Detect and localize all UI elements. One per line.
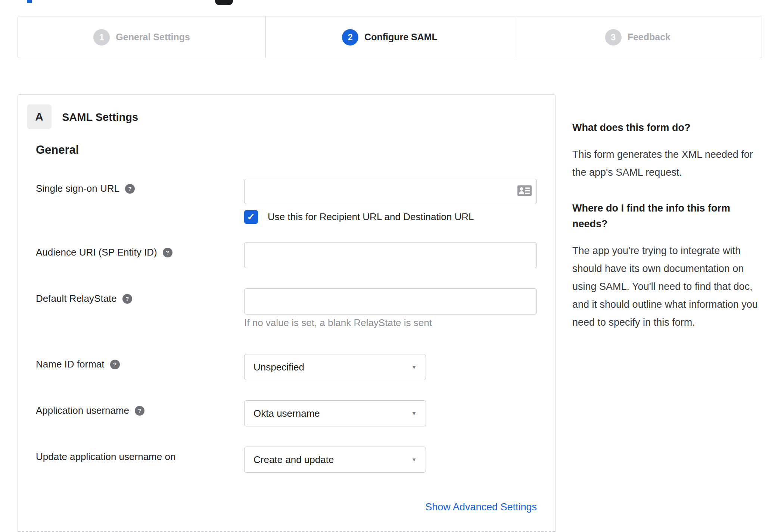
app-username-label-text: Application username [36,405,129,416]
section-title: SAML Settings [62,111,138,123]
chevron-down-icon: ▼ [411,457,417,463]
name-id-format-value: Unspecified [253,362,411,373]
name-id-format-label-text: Name ID format [36,359,105,370]
update-username-select[interactable]: Create and update ▼ [244,447,426,473]
sso-url-input[interactable] [244,179,537,204]
audience-uri-input[interactable] [244,242,537,268]
show-advanced-settings-link[interactable]: Show Advanced Settings [425,501,537,513]
sso-url-label-text: Single sign-on URL [36,183,119,194]
update-username-value: Create and update [253,454,411,466]
help-sidebar: What does this form do? This form genera… [572,120,761,351]
name-id-format-label: Name ID format ? [36,359,120,370]
audience-uri-label: Audience URI (SP Entity ID) ? [36,247,172,258]
step-2-label: Configure SAML [364,32,438,43]
page-title-text-remnant [215,0,233,5]
update-username-label-text: Update application username on [36,451,175,463]
saml-settings-panel: A SAML Settings General Single sign-on U… [18,94,556,532]
relay-state-input[interactable] [244,288,537,314]
help-body-2: The app you're trying to integrate with … [572,242,761,331]
app-username-value: Okta username [253,408,411,419]
help-body-1: This form generates the XML needed for t… [572,145,761,181]
step-configure-saml[interactable]: 2 Configure SAML [265,16,513,58]
help-icon[interactable]: ? [135,406,144,416]
help-title-2: Where do I find the info this form needs… [572,201,761,232]
sso-url-input-wrap [244,179,537,204]
chevron-down-icon: ▼ [411,364,417,370]
relay-state-label-text: Default RelayState [36,293,117,304]
help-icon[interactable]: ? [125,184,135,194]
wizard-step-bar: 1 General Settings 2 Configure SAML 3 Fe… [18,16,762,58]
name-id-format-select[interactable]: Unspecified ▼ [244,354,426,380]
relay-state-hint: If no value is set, a blank RelayState i… [244,317,432,329]
general-group-title: General [36,143,79,157]
app-username-label: Application username ? [36,405,144,416]
sso-url-label: Single sign-on URL ? [36,183,135,194]
checkmark-icon: ✓ [247,211,255,223]
update-username-label: Update application username on [36,451,175,463]
app-username-select[interactable]: Okta username ▼ [244,400,426,426]
help-title-1: What does this form do? [572,120,761,136]
relay-state-label: Default RelayState ? [36,293,132,304]
step-2-circle: 2 [342,29,358,46]
section-a-badge: A [27,104,52,129]
help-icon[interactable]: ? [110,360,120,369]
step-3-label: Feedback [628,32,670,43]
step-1-circle: 1 [93,29,110,46]
step-general-settings[interactable]: 1 General Settings [18,16,265,58]
step-1-label: General Settings [116,32,190,43]
audience-uri-label-text: Audience URI (SP Entity ID) [36,247,157,258]
help-icon[interactable]: ? [163,248,172,257]
step-feedback[interactable]: 3 Feedback [514,16,762,58]
recipient-url-checkbox-row: ✓ Use this for Recipient URL and Destina… [244,210,474,224]
recipient-url-checkbox[interactable]: ✓ [244,210,258,224]
contact-card-icon [517,185,532,198]
step-3-circle: 3 [605,29,622,46]
help-icon[interactable]: ? [122,294,132,304]
page-title-logo-remnant [27,0,32,3]
recipient-url-checkbox-label: Use this for Recipient URL and Destinati… [268,211,474,223]
chevron-down-icon: ▼ [411,410,417,416]
